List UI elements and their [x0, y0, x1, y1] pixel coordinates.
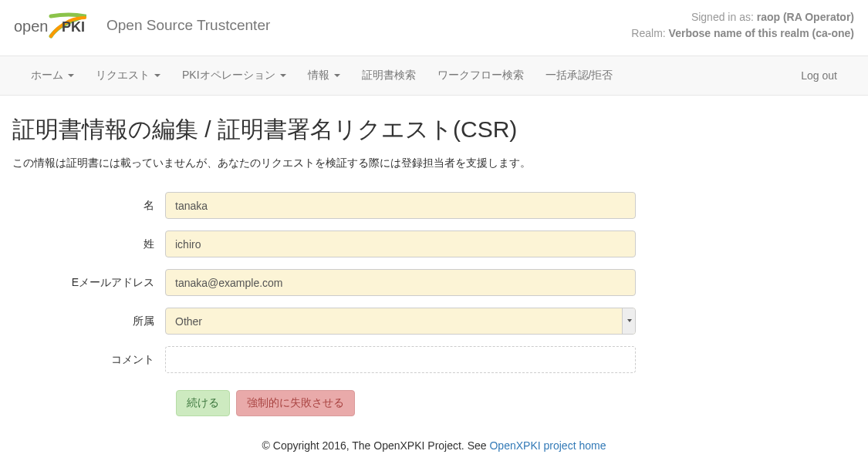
- form-row-last-name: 姓: [12, 230, 856, 257]
- nav-pki-ops-label: PKIオペレーション: [182, 69, 275, 82]
- force-fail-button[interactable]: 強制的に失敗させる: [236, 390, 355, 416]
- brand-title: Open Source Trustcenter: [106, 17, 270, 34]
- footer: © Copyright 2016, The OpenXPKI Project. …: [0, 426, 868, 467]
- form-row-email: Eメールアドレス: [12, 269, 856, 296]
- chevron-down-icon: [154, 74, 160, 77]
- chevron-down-icon: [68, 74, 74, 77]
- navbar: ホーム リクエスト PKIオペレーション 情報 証明書検索 ワークフロー検索 一…: [0, 56, 868, 96]
- form-row-first-name: 名: [12, 192, 856, 219]
- button-row: 続ける 強制的に失敗させる: [165, 390, 856, 416]
- continue-button[interactable]: 続ける: [176, 390, 230, 416]
- signed-in-user: raop (RA Operator): [757, 11, 854, 23]
- nav-workflow-search[interactable]: ワークフロー検索: [427, 56, 535, 95]
- realm-value: Verbose name of this realm (ca-one): [669, 27, 854, 39]
- chevron-down-icon: [280, 74, 286, 77]
- realm-label: Realm:: [631, 27, 668, 39]
- signed-in-label: Signed in as:: [691, 11, 757, 23]
- first-name-input[interactable]: [165, 192, 636, 219]
- logo[interactable]: open PKI: [14, 10, 86, 41]
- label-affiliation: 所属: [12, 315, 165, 328]
- svg-text:open: open: [14, 18, 49, 35]
- label-last-name: 姓: [12, 237, 165, 251]
- label-first-name: 名: [12, 199, 165, 213]
- header: open PKI Open Source Trustcenter Signed …: [0, 0, 868, 56]
- nav-home-label: ホーム: [31, 69, 63, 82]
- content: 証明書情報の編集 / 証明書署名リクエスト(CSR) この情報は証明書には載って…: [0, 96, 868, 426]
- header-meta: Signed in as: raop (RA Operator) Realm: …: [631, 9, 854, 42]
- chevron-down-icon: [334, 74, 340, 77]
- form-row-affiliation: 所属 Other: [12, 308, 856, 335]
- logo-icon: open PKI: [14, 10, 86, 41]
- comment-input[interactable]: [165, 346, 636, 373]
- nav-home[interactable]: ホーム: [20, 56, 85, 95]
- form-row-comment: コメント: [12, 346, 856, 373]
- nav-bulk-approve[interactable]: 一括承認/拒否: [535, 56, 624, 95]
- nav-info-label: 情報: [308, 69, 329, 82]
- last-name-input[interactable]: [165, 230, 636, 257]
- nav-pki-ops[interactable]: PKIオペレーション: [171, 56, 297, 95]
- footer-link[interactable]: OpenXPKI project home: [489, 439, 606, 452]
- page-subtitle: この情報は証明書には載っていませんが、あなたのリクエストを検証する際には登録担当…: [12, 156, 856, 170]
- email-input[interactable]: [165, 269, 636, 296]
- label-email: Eメールアドレス: [12, 276, 165, 290]
- affiliation-select[interactable]: Other: [165, 308, 636, 335]
- nav-request[interactable]: リクエスト: [85, 56, 171, 95]
- svg-text:PKI: PKI: [62, 19, 85, 35]
- nav-logout[interactable]: Log out: [790, 57, 848, 94]
- page-title: 証明書情報の編集 / 証明書署名リクエスト(CSR): [12, 114, 856, 146]
- nav-info[interactable]: 情報: [297, 56, 351, 95]
- nav-request-label: リクエスト: [96, 69, 150, 82]
- nav-cert-search[interactable]: 証明書検索: [351, 56, 427, 95]
- footer-copyright: © Copyright 2016, The OpenXPKI Project. …: [262, 439, 490, 452]
- label-comment: コメント: [12, 353, 165, 367]
